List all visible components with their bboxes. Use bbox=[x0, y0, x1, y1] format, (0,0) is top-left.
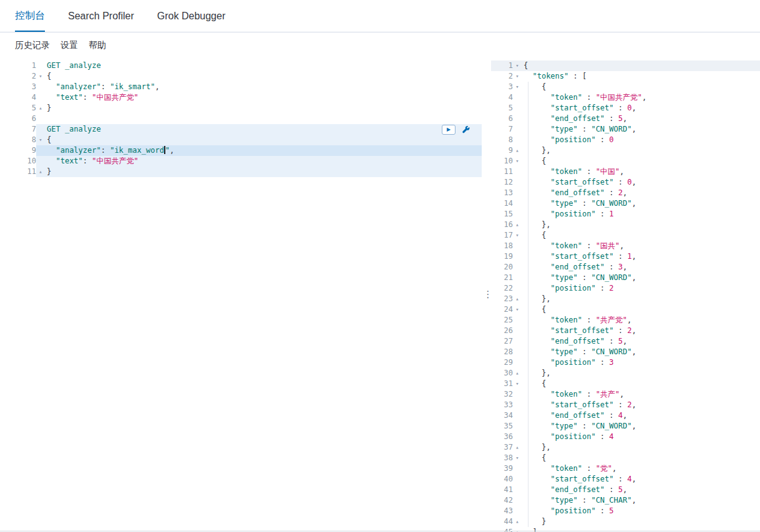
line-number: 37 bbox=[491, 442, 513, 453]
line-body: "start_offset" : 0, bbox=[513, 177, 760, 188]
fold-gutter bbox=[513, 495, 522, 506]
line-body: ▴ }, bbox=[513, 220, 760, 230]
fold-toggle-icon[interactable]: ▴ bbox=[513, 442, 522, 453]
menu-history[interactable]: 历史记录 bbox=[15, 40, 50, 51]
line-number: 22 bbox=[491, 283, 513, 294]
code-line[interactable]: 9 "analyzer": "ik_max_word", bbox=[0, 145, 486, 156]
line-number: 1 bbox=[491, 60, 513, 71]
line-body: ▾ { bbox=[513, 379, 760, 389]
code-text: { bbox=[522, 230, 760, 241]
code-line[interactable]: 8▾{ bbox=[0, 135, 486, 145]
fold-toggle-icon[interactable]: ▴ bbox=[513, 294, 522, 304]
line-number: 19 bbox=[491, 251, 513, 262]
code-line[interactable]: 1GET _analyze bbox=[0, 60, 486, 71]
fold-toggle-icon[interactable]: ▴ bbox=[513, 145, 522, 156]
tab-grok-debugger[interactable]: Grok Debugger bbox=[157, 0, 225, 32]
tab-console[interactable]: 控制台 bbox=[15, 0, 45, 32]
fold-gutter bbox=[513, 463, 522, 474]
code-line[interactable]: 2▾{ bbox=[0, 71, 486, 82]
fold-toggle-icon[interactable]: ▾ bbox=[513, 71, 522, 82]
fold-toggle-icon[interactable]: ▾ bbox=[513, 230, 522, 241]
code-line: 36 "position" : 4 bbox=[491, 432, 760, 442]
fold-toggle-icon[interactable]: ▴ bbox=[513, 220, 522, 230]
line-number: 17 bbox=[491, 230, 513, 241]
fold-toggle-icon[interactable]: ▾ bbox=[36, 135, 45, 145]
code-line: 9▴ }, bbox=[491, 145, 760, 156]
line-body: "position" : 3 bbox=[513, 357, 760, 368]
line-body bbox=[36, 114, 482, 124]
fold-gutter bbox=[513, 485, 522, 495]
code-line: 39 "token" : "党", bbox=[491, 463, 760, 474]
fold-toggle-icon[interactable]: ▾ bbox=[513, 60, 522, 71]
tab-search-profiler[interactable]: Search Profiler bbox=[68, 0, 134, 32]
line-number: 12 bbox=[491, 177, 513, 188]
fold-toggle-icon[interactable]: ▾ bbox=[513, 379, 522, 389]
line-number: 9 bbox=[491, 145, 513, 156]
code-text: }, bbox=[522, 442, 760, 453]
line-number: 14 bbox=[491, 198, 513, 209]
fold-toggle-icon[interactable]: ▾ bbox=[513, 304, 522, 315]
request-options-button[interactable] bbox=[460, 125, 470, 135]
code-text: { bbox=[522, 156, 760, 167]
code-text: "start_offset" : 0, bbox=[522, 177, 760, 188]
code-text bbox=[45, 114, 482, 124]
line-number: 21 bbox=[491, 273, 513, 283]
line-number: 28 bbox=[491, 347, 513, 357]
line-body: "position" : 4 bbox=[513, 432, 760, 442]
line-number: 44 bbox=[491, 516, 513, 527]
code-line: 35 "type" : "CN_WORD", bbox=[491, 421, 760, 432]
console-menu: 历史记录 设置 帮助 bbox=[0, 33, 760, 58]
code-line: 24▾ { bbox=[491, 304, 760, 315]
line-body: "text": "中国共产党" bbox=[36, 92, 482, 103]
send-request-button[interactable]: ▶ bbox=[442, 125, 456, 135]
fold-toggle-icon[interactable]: ▾ bbox=[513, 82, 522, 92]
code-line: 6 "end_offset" : 5, bbox=[491, 114, 760, 124]
fold-toggle-icon[interactable]: ▾ bbox=[513, 453, 522, 463]
code-line[interactable]: 11▴} bbox=[0, 167, 486, 177]
code-line: 29 "position" : 3 bbox=[491, 357, 760, 368]
fold-toggle-icon[interactable]: ▾ bbox=[513, 156, 522, 167]
fold-gutter bbox=[513, 336, 522, 347]
fold-toggle-icon[interactable]: ▴ bbox=[513, 368, 522, 379]
line-body: "position" : 0 bbox=[513, 135, 760, 145]
line-number: 39 bbox=[491, 463, 513, 474]
fold-toggle-icon[interactable]: ▾ bbox=[36, 71, 45, 82]
line-body: GET _analyze ▶ bbox=[36, 124, 482, 135]
code-line[interactable]: 3 "analyzer": "ik_smart", bbox=[0, 82, 486, 92]
code-text: GET _analyze bbox=[45, 60, 482, 71]
code-line: 12 "start_offset" : 0, bbox=[491, 177, 760, 188]
fold-toggle-icon[interactable]: ▴ bbox=[36, 167, 45, 177]
code-text: "text": "中国共产党" bbox=[45, 92, 482, 103]
menu-settings[interactable]: 设置 bbox=[61, 40, 78, 51]
code-line: 14 "type" : "CN_WORD", bbox=[491, 198, 760, 209]
code-text: "position" : 0 bbox=[522, 135, 760, 145]
code-line[interactable]: 6 bbox=[0, 114, 486, 124]
line-number: 8 bbox=[15, 135, 36, 145]
fold-gutter bbox=[513, 103, 522, 114]
fold-gutter bbox=[36, 124, 45, 135]
line-number: 29 bbox=[491, 357, 513, 368]
fold-gutter bbox=[513, 389, 522, 400]
code-text: "type" : "CN_WORD", bbox=[522, 421, 760, 432]
line-body: "start_offset" : 4, bbox=[513, 474, 760, 485]
code-line[interactable]: 7GET _analyze ▶ bbox=[0, 124, 486, 135]
line-body: ▴ }, bbox=[513, 294, 760, 304]
code-text: "token" : "共产", bbox=[522, 389, 760, 400]
fold-toggle-icon[interactable]: ▴ bbox=[36, 103, 45, 114]
menu-help[interactable]: 帮助 bbox=[89, 40, 106, 51]
fold-gutter bbox=[513, 315, 522, 326]
line-body: ▴} bbox=[36, 103, 482, 114]
fold-toggle-icon[interactable]: ▴ bbox=[513, 516, 522, 527]
code-line[interactable]: 4 "text": "中国共产党" bbox=[0, 92, 486, 103]
line-number: 1 bbox=[15, 60, 36, 71]
code-text: "end_offset" : 3, bbox=[522, 262, 760, 273]
panel-divider[interactable]: ⋮ bbox=[485, 58, 491, 531]
code-line[interactable]: 10 "text": "中国共产党" bbox=[0, 156, 486, 167]
request-editor-panel[interactable]: 1GET _analyze2▾{3 "analyzer": "ik_smart"… bbox=[0, 58, 486, 532]
line-number: 8 bbox=[491, 135, 513, 145]
line-body: ▾ { bbox=[513, 82, 760, 92]
bottom-border bbox=[0, 531, 760, 531]
fold-gutter bbox=[513, 474, 522, 485]
code-line[interactable]: 5▴} bbox=[0, 103, 486, 114]
resize-handle-icon: ⋮ bbox=[484, 289, 493, 300]
